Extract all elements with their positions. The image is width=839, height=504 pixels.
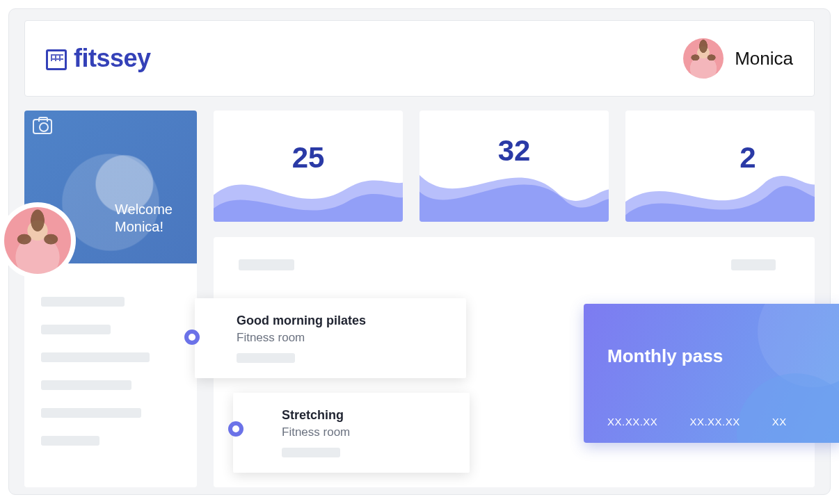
header: fitssey Monica <box>24 20 815 97</box>
avatar <box>683 38 724 79</box>
class-room: Fitness room <box>237 331 447 345</box>
class-item[interactable]: Good morning pilates Fitness room <box>195 298 466 378</box>
sidebar-menu <box>24 263 197 446</box>
profile-sidebar: Welcome Monica! <box>24 111 197 487</box>
welcome-text: Welcome Monica! <box>115 201 173 236</box>
user-menu[interactable]: Monica <box>683 38 793 79</box>
stat-value: 25 <box>292 141 325 174</box>
stat-card[interactable]: 2 <box>625 111 815 222</box>
timeline-bullet-icon <box>228 421 243 437</box>
class-meta-placeholder <box>237 353 295 363</box>
stat-value: 32 <box>498 134 531 168</box>
pass-dates: XX.XX.XX XX.XX.XX XX <box>607 416 823 428</box>
camera-icon[interactable] <box>33 119 52 134</box>
timeline-bullet-icon <box>184 330 200 345</box>
membership-pass-card[interactable]: Monthly pass XX.XX.XX XX.XX.XX XX <box>584 304 839 443</box>
class-room: Fitness room <box>282 425 450 439</box>
welcome-line1: Welcome <box>115 202 173 217</box>
user-name: Monica <box>735 48 793 70</box>
stats-row: 25 32 2 <box>214 111 815 222</box>
pass-date: XX.XX.XX <box>607 416 657 428</box>
welcome-line2: Monica! <box>115 219 163 234</box>
sidebar-item[interactable] <box>41 436 99 446</box>
class-title: Good morning pilates <box>237 314 447 328</box>
brand-name: fitssey <box>74 44 151 73</box>
wave-art <box>625 155 815 222</box>
pass-date: XX <box>772 416 787 428</box>
app-frame: fitssey Monica Welcome Monica! <box>8 8 831 495</box>
sidebar-item[interactable] <box>41 297 125 307</box>
section-heading-placeholder <box>239 259 294 270</box>
stat-card[interactable]: 32 <box>420 111 609 222</box>
sidebar-item[interactable] <box>41 408 141 418</box>
brand-logo[interactable]: fitssey <box>46 44 151 73</box>
stat-card[interactable]: 25 <box>214 111 403 222</box>
profile-avatar-large[interactable] <box>0 202 76 279</box>
avatar <box>4 207 71 274</box>
logo-icon <box>46 49 67 70</box>
pass-title: Monthly pass <box>607 346 817 367</box>
class-item[interactable]: Stretching Fitness room <box>233 393 470 473</box>
stat-value: 2 <box>740 141 756 174</box>
section-heading-placeholder <box>731 259 776 270</box>
class-meta-placeholder <box>282 448 340 457</box>
sidebar-item[interactable] <box>41 352 150 362</box>
sidebar-item[interactable] <box>41 380 131 390</box>
pass-date: XX.XX.XX <box>689 416 740 428</box>
sidebar-item[interactable] <box>41 325 111 334</box>
class-title: Stretching <box>282 408 450 423</box>
